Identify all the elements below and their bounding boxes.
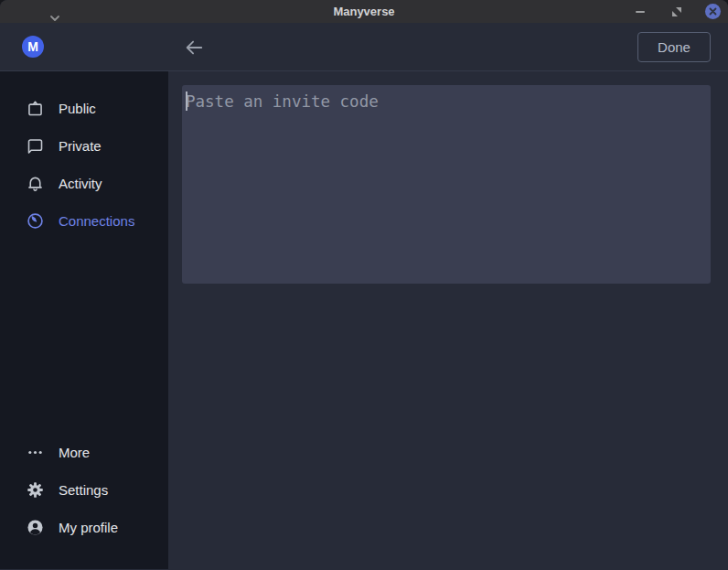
back-button[interactable] — [184, 38, 204, 58]
done-button[interactable]: Done — [637, 32, 711, 62]
sidebar-item-more[interactable]: More — [0, 434, 168, 471]
window-controls — [632, 0, 721, 23]
sidebar-item-label: Private — [59, 138, 102, 154]
main-content — [168, 71, 728, 569]
board-icon — [26, 99, 45, 118]
sidebar: Public Private Activity — [0, 71, 168, 569]
restore-button[interactable] — [669, 4, 685, 20]
gear-icon — [26, 480, 45, 500]
connections-icon — [26, 211, 45, 231]
titlebar: Manyverse — [0, 0, 728, 23]
sidebar-spacer — [0, 240, 168, 434]
manyverse-logo: M — [22, 36, 44, 58]
manyverse-window: Manyverse M Done — [0, 0, 728, 570]
sidebar-item-activity[interactable]: Activity — [0, 165, 168, 202]
text-caret — [186, 91, 187, 111]
minimize-icon — [636, 11, 645, 13]
sidebar-item-settings[interactable]: Settings — [0, 471, 168, 509]
sidebar-item-private[interactable]: Private — [0, 127, 168, 165]
back-arrow-icon — [184, 38, 204, 58]
sidebar-item-public[interactable]: Public — [0, 90, 168, 127]
invite-code-input[interactable] — [182, 85, 711, 284]
close-icon — [709, 7, 717, 16]
more-dots-icon — [26, 443, 45, 462]
sidebar-item-label: Settings — [59, 482, 108, 498]
app-header: M Done — [0, 23, 728, 71]
invite-code-area — [182, 85, 711, 287]
profile-icon — [26, 518, 45, 537]
sidebar-item-label: Activity — [59, 176, 102, 191]
window-title: Manyverse — [0, 5, 728, 18]
sidebar-item-label: Public — [59, 101, 96, 116]
sidebar-item-label: Connections — [59, 213, 134, 229]
sidebar-item-label: More — [59, 445, 90, 460]
close-button[interactable] — [705, 4, 721, 19]
bell-icon — [26, 174, 45, 193]
sidebar-item-label: My profile — [59, 520, 118, 535]
sidebar-item-my-profile[interactable]: My profile — [0, 509, 168, 546]
minimize-button[interactable] — [632, 4, 648, 20]
restore-icon — [671, 6, 682, 17]
sidebar-item-connections[interactable]: Connections — [0, 202, 168, 240]
chat-bubble-icon — [26, 136, 45, 156]
